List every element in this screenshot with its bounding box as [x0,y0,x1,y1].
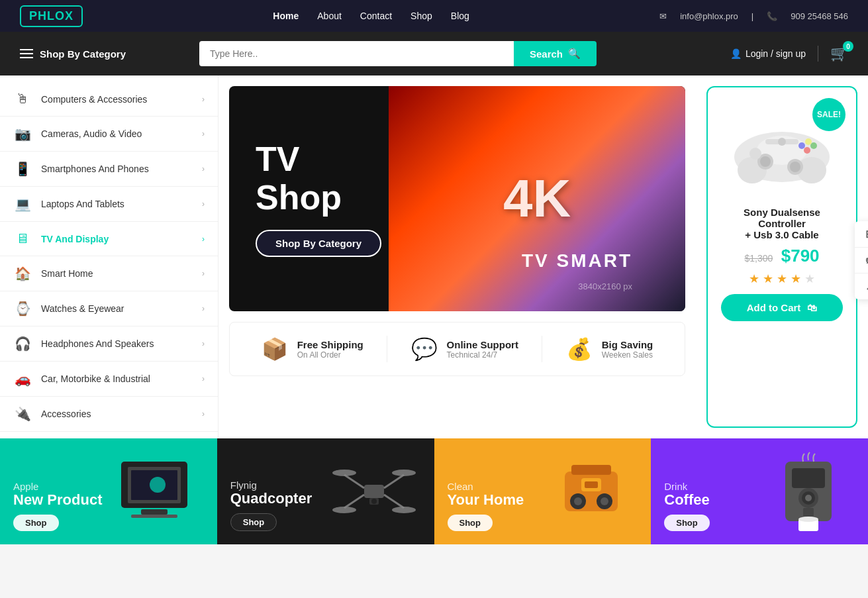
search-button[interactable]: Search 🔍 [514,41,597,66]
svg-line-24 [344,495,364,508]
svg-point-29 [392,507,416,513]
coffee-image-area [749,438,868,544]
svg-point-31 [371,499,377,504]
sidebar-item-headphones[interactable]: 🎧 Headphones And Speakers › [0,326,218,362]
hero-tv-visual: 4K TV SMART 3840x2160 px [389,86,685,311]
promo-drone-shop[interactable]: Shop [230,513,277,531]
promo-drone: Flynig Quadcopter Shop [217,438,434,544]
svg-rect-17 [141,509,168,515]
svg-rect-39 [585,481,598,488]
feature-separator-2 [542,336,542,362]
clean-image-area [532,438,651,544]
hero-title-line2: Shop [256,178,342,217]
cart-icon-wrap[interactable]: 🛒 0 [830,45,848,62]
headphones-icon: 🎧 [13,336,32,352]
chevron-icon: › [202,304,205,313]
apple-mac-svg [115,448,201,534]
svg-point-12 [805,138,812,145]
tv-label: TV And Display [41,234,109,244]
headphones-label: Headphones And Speakers [41,338,154,349]
product-card-column: SALE! [696,75,868,438]
user-icon: 👤 [730,48,742,59]
star-rating: ★ ★ ★ ★ ★ [721,272,843,286]
hero-shop-button[interactable]: Shop By Category [256,230,381,257]
shop-category-label: Shop By Category [40,48,126,60]
chevron-icon: › [202,234,205,244]
tag-icon: 🏷 [865,254,868,266]
product-card: SALE! [706,86,857,428]
feature-separator [387,336,387,362]
shipping-icon: 📦 [262,336,288,362]
drone-svg [331,452,417,531]
nav-links: Home About Contact Shop Blog [273,11,469,21]
svg-point-10 [810,142,817,149]
contact-info: ✉ info@phlox.pro | 📞 909 25468 546 [659,11,848,21]
svg-point-27 [392,470,416,476]
nav-blog[interactable]: Blog [451,11,469,21]
support-icon: 💬 [411,336,438,362]
svg-line-23 [384,475,404,488]
search-input[interactable] [199,41,514,66]
shipping-title: Free Shipping [297,339,363,350]
svg-rect-18 [131,515,177,518]
promo-clean-shop[interactable]: Shop [448,515,493,531]
divider [818,46,818,62]
browse-demos-item[interactable]: ⊞ Browse Demos [855,221,868,248]
sidebar-item-laptops[interactable]: 💻 Laptops And Tablets › [0,187,218,222]
svg-point-26 [332,470,356,476]
feature-support: 💬 Online Support Technical 24/7 [411,336,518,362]
sidebar-item-accessories[interactable]: 🔌 Accessories › [0,397,218,432]
add-to-cart-button[interactable]: Add to Cart 🛍 [721,294,843,321]
login-link[interactable]: 👤 Login / sign up [730,48,806,59]
laptops-label: Laptops And Tablets [41,199,124,209]
cart-bag-icon: 🛍 [807,302,817,313]
sidebar-item-car[interactable]: 🚗 Car, Motorbike & Industrial › [0,362,218,397]
export-section-item[interactable]: ↗ Export Section [855,274,868,299]
car-label: Car, Motorbike & Industrial [41,374,150,384]
nav-shop[interactable]: Shop [410,11,432,21]
svg-point-37 [601,497,608,505]
email-address: info@phlox.pro [680,11,738,21]
chevron-icon: › [202,269,205,278]
sidebar-item-computers[interactable]: 🖱 Computers & Accessories › [0,82,218,117]
sidebar-item-tv[interactable]: 🖥 TV And Display › [0,222,218,256]
sidebar-item-smartphones[interactable]: 📱 Smartphones And Phones › [0,152,218,187]
shop-by-category[interactable]: Shop By Category [20,48,126,60]
svg-point-7 [790,162,800,172]
chevron-icon: › [202,339,205,348]
phone-icon: 📞 [767,11,777,21]
computers-icon: 🖱 [13,91,32,107]
promo-coffee-shop[interactable]: Shop [664,515,710,531]
nav-about[interactable]: About [317,11,342,21]
tv-icon: 🖥 [13,231,32,246]
resolution-label: 3840x2160 px [578,281,632,291]
support-sub: Technical 24/7 [447,350,518,360]
sidebar-item-watches[interactable]: ⌚ Watches & Eyewear › [0,291,218,326]
svg-point-28 [332,507,356,513]
svg-point-8 [749,148,761,160]
svg-point-36 [574,497,582,505]
nav-contact[interactable]: Contact [360,11,392,21]
svg-point-11 [798,142,805,149]
export-icon: ↗ [865,280,868,293]
search-icon: 🔍 [568,48,581,60]
star-3: ★ [777,272,787,285]
buy-now-item[interactable]: 🏷 Buy Now! [855,248,868,274]
hero-title: TV Shop [256,140,381,216]
chevron-icon: › [202,409,205,419]
accessories-icon: 🔌 [13,406,32,422]
smarthome-icon: 🏠 [13,266,32,281]
svg-point-9 [804,147,810,154]
nav-home[interactable]: Home [273,11,299,21]
accessories-label: Accessories [41,409,91,419]
svg-rect-45 [803,508,814,518]
sidebar-item-smarthome[interactable]: 🏠 Smart Home › [0,256,218,291]
svg-point-5 [760,156,771,167]
promo-apple-shop[interactable]: Shop [13,515,59,531]
drone-image-area [314,438,434,544]
hamburger-icon[interactable] [20,49,33,58]
sidebar-item-cameras[interactable]: 📷 Cameras, Audio & Video › [0,117,218,152]
apple-image-area [98,438,217,544]
logo[interactable]: PHLOX [20,5,83,27]
chevron-icon: › [202,164,205,174]
